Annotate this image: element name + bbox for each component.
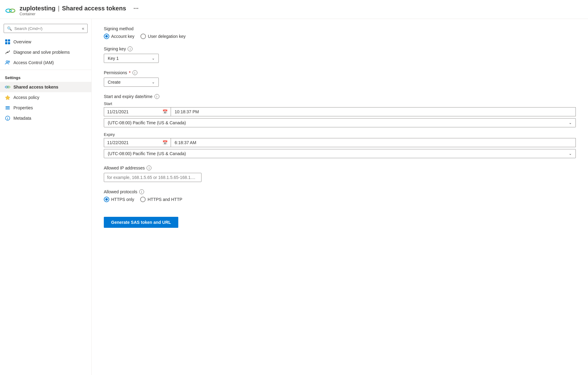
layout: 🔍 « Overview Diagnose and solve problems… [0,19,588,375]
sidebar-item-label: Access Control (IAM) [13,60,54,65]
expiry-timezone-dropdown[interactable]: (UTC-08:00) Pacific Time (US & Canada) ⌄ [104,149,576,158]
svg-rect-11 [5,106,10,107]
header-title-block: zuplotesting | Shared access tokens ··· … [20,5,139,16]
sidebar-item-label: Overview [13,39,31,44]
permissions-dropdown[interactable]: Create ⌄ [104,78,159,87]
properties-icon [5,105,10,111]
allowed-protocols-radio-group: HTTPS only HTTPS and HTTP [104,197,576,202]
https-and-http-option[interactable]: HTTPS and HTTP [140,197,182,202]
chevron-down-icon: ⌄ [152,80,155,84]
expiry-datetime-container: 11/22/2021 📅 [104,138,576,147]
https-only-option[interactable]: HTTPS only [104,197,134,202]
sidebar-item-label: Access policy [13,95,39,100]
required-star: * [129,70,130,75]
start-datetime-container: 11/21/2021 📅 [104,107,576,116]
signing-key-section: Signing key i Key 1 ⌄ [104,46,576,63]
signing-key-info-icon[interactable]: i [128,46,132,51]
more-options-icon[interactable]: ··· [133,5,139,12]
svg-rect-3 [8,39,10,42]
start-expiry-info-icon[interactable]: i [154,94,159,99]
calendar-icon: 📅 [162,109,168,114]
sidebar-divider [0,70,91,70]
start-expiry-label: Start and expiry date/time i [104,94,576,99]
allowed-ip-info-icon[interactable]: i [147,166,151,170]
user-delegation-key-radio[interactable] [140,34,146,39]
svg-text:i: i [7,117,8,120]
https-and-http-radio[interactable] [140,197,146,202]
calendar-icon: 📅 [162,140,168,145]
signing-method-section: Signing method Account key User delegati… [104,26,576,39]
permissions-info-icon[interactable]: i [132,70,137,75]
sidebar-item-access-policy[interactable]: Access policy [0,92,91,103]
allowed-protocols-info-icon[interactable]: i [139,189,144,194]
signing-key-dropdown[interactable]: Key 1 ⌄ [104,54,159,63]
search-icon: 🔍 [7,26,12,31]
header: zuplotesting | Shared access tokens ··· … [0,0,588,19]
start-timezone-dropdown[interactable]: (UTC-08:00) Pacific Time (US & Canada) ⌄ [104,118,576,127]
sidebar-item-overview[interactable]: Overview [0,37,91,47]
svg-rect-4 [5,42,7,44]
permissions-section: Permissions * i Create ⌄ [104,70,576,87]
sidebar-item-label: Diagnose and solve problems [13,50,70,55]
allowed-ip-input[interactable] [104,173,201,182]
svg-point-1 [9,9,15,12]
start-label: Start [104,101,576,106]
allowed-ip-label: Allowed IP addresses i [104,166,576,170]
expiry-time-input[interactable] [171,138,576,147]
sidebar-item-properties[interactable]: Properties [0,103,91,113]
account-key-label: Account key [111,34,134,39]
shared-access-icon [5,84,10,90]
container-icon [5,5,16,16]
main-content: Signing method Account key User delegati… [92,19,588,375]
permissions-label: Permissions * i [104,70,576,75]
signing-key-label: Signing key i [104,46,576,51]
user-delegation-key-option[interactable]: User delegation key [140,34,186,39]
expiry-label: Expiry [104,132,576,137]
https-only-radio[interactable] [104,197,109,202]
sidebar-item-diagnose[interactable]: Diagnose and solve problems [0,47,91,57]
generate-sas-button[interactable]: Generate SAS token and URL [104,217,178,228]
header-subtitle: Container [20,12,139,16]
metadata-icon: i [5,115,10,121]
sidebar: 🔍 « Overview Diagnose and solve problems… [0,19,92,375]
account-key-radio[interactable] [104,34,109,39]
svg-point-7 [6,61,8,63]
chevron-down-icon: ⌄ [569,121,572,125]
svg-rect-2 [5,39,7,42]
svg-point-6 [7,52,8,53]
chevron-down-icon: ⌄ [152,56,155,60]
sidebar-item-label: Metadata [13,116,31,121]
diagnose-icon [5,49,10,55]
svg-rect-5 [8,42,10,44]
svg-rect-13 [5,109,10,109]
search-input[interactable] [14,26,79,31]
sidebar-item-iam[interactable]: Access Control (IAM) [0,57,91,68]
svg-rect-12 [5,107,10,108]
overview-icon [5,39,10,45]
svg-point-10 [7,86,10,88]
svg-point-8 [8,61,10,63]
access-control-icon [5,60,10,65]
search-box[interactable]: 🔍 « [4,24,88,33]
collapse-sidebar-button[interactable]: « [82,26,84,31]
https-only-label: HTTPS only [111,197,134,202]
allowed-protocols-label: Allowed protocols i [104,189,576,194]
sidebar-item-label: Properties [13,105,33,110]
allowed-protocols-section: Allowed protocols i HTTPS only HTTPS and… [104,189,576,202]
https-and-http-label: HTTPS and HTTP [147,197,182,202]
access-policy-icon [5,95,10,100]
signing-method-label: Signing method [104,26,576,31]
allowed-ip-section: Allowed IP addresses i [104,166,576,182]
sidebar-item-shared-access-tokens[interactable]: Shared access tokens [0,82,91,92]
start-expiry-section: Start and expiry date/time i Start 11/21… [104,94,576,158]
account-key-option[interactable]: Account key [104,34,134,39]
settings-section-label: Settings [0,72,91,82]
sidebar-item-metadata[interactable]: i Metadata [0,113,91,123]
start-date-input[interactable]: 11/21/2021 📅 [104,107,171,116]
signing-method-radio-group: Account key User delegation key [104,34,576,39]
start-time-input[interactable] [171,107,576,116]
user-delegation-key-label: User delegation key [148,34,186,39]
chevron-down-icon: ⌄ [569,151,572,156]
sidebar-item-label: Shared access tokens [13,85,58,89]
expiry-date-input[interactable]: 11/22/2021 📅 [104,138,171,147]
